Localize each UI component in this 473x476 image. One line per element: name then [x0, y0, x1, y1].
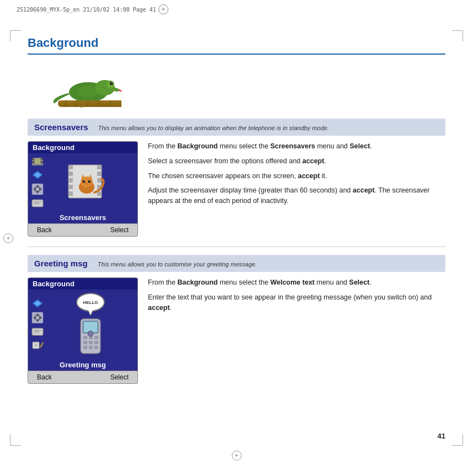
greeting-phone-mockup: Background	[28, 277, 138, 384]
svg-rect-32	[68, 165, 73, 169]
screensavers-text-col: From the Background menu select the Scre…	[148, 141, 445, 211]
svg-rect-68	[83, 336, 87, 339]
corner-mark-br	[452, 435, 463, 446]
svg-point-49	[89, 180, 91, 181]
main-content: Background	[28, 36, 445, 440]
svg-rect-61	[33, 342, 39, 349]
svg-rect-33	[68, 172, 73, 176]
page-title: Background	[28, 36, 445, 55]
greeting-header-note: This menu allows you to customise your g…	[98, 261, 257, 268]
section-separator	[28, 247, 445, 247]
svg-rect-73	[94, 341, 98, 344]
svg-rect-9	[58, 100, 121, 103]
svg-point-47	[88, 180, 91, 183]
svg-rect-75	[89, 346, 93, 349]
svg-point-77	[88, 331, 93, 336]
greeting-phone-icons	[31, 298, 44, 350]
svg-point-7	[78, 86, 98, 97]
greeting-icon-diamond	[31, 298, 44, 308]
screensavers-section-row: Background	[28, 141, 445, 237]
screensavers-header-label: Screensavers	[34, 122, 88, 132]
greeting-para-2: Enter the text that you want to see appe…	[148, 292, 445, 313]
svg-rect-20	[35, 158, 40, 164]
svg-rect-37	[97, 165, 102, 169]
greeting-select-label: Select	[110, 373, 129, 381]
screensavers-header-note: This menu allows you to display an anima…	[98, 125, 329, 131]
greeting-icon-arrows	[31, 312, 44, 324]
screensavers-back-label: Back	[37, 226, 52, 234]
page-number: 41	[438, 432, 445, 440]
greeting-phone-device	[79, 318, 102, 356]
screensavers-select-label: Select	[110, 226, 129, 234]
corner-mark-tr	[452, 30, 463, 41]
corner-mark-tl	[10, 30, 21, 41]
greeting-phone-body: HELLO	[28, 290, 137, 359]
screensavers-para-2: Select a screensaver from the options of…	[148, 156, 445, 167]
greeting-header: Greeting msg This menu allows you to cus…	[28, 255, 445, 272]
screensavers-para-4: Adjust the screensaver display time (gre…	[148, 185, 445, 206]
svg-rect-19	[41, 161, 43, 163]
svg-rect-67	[84, 322, 97, 332]
print-info-text: 251206690_MYX-5p_en 21/10/02 14:00 Page …	[17, 7, 156, 13]
svg-rect-38	[97, 172, 102, 176]
screensavers-phone-label: Screensavers	[28, 212, 137, 223]
svg-rect-74	[83, 346, 87, 349]
print-header-circle	[158, 4, 168, 14]
svg-marker-64	[40, 342, 44, 348]
greeting-section-row: Background	[28, 277, 445, 384]
greeting-icon-pen	[31, 340, 44, 350]
svg-rect-36	[68, 191, 73, 196]
svg-rect-72	[89, 341, 93, 344]
screensavers-phone-body	[28, 153, 137, 212]
screensavers-para-1: From the Background menu select the Scre…	[148, 141, 445, 152]
phone-icon-arrows	[31, 183, 44, 195]
svg-point-4	[111, 82, 113, 83]
phone-icon-diamond	[31, 170, 44, 180]
screensavers-phone-nav: Back Select	[28, 223, 137, 236]
greeting-icon-message	[31, 327, 44, 337]
svg-rect-35	[68, 185, 73, 189]
screensavers-phone-main-image	[47, 162, 134, 204]
screensavers-phone-col: Background	[28, 141, 138, 237]
corner-mark-bl	[10, 435, 21, 446]
screensavers-phone-icons	[31, 157, 44, 208]
chameleon-image	[50, 65, 121, 109]
greeting-phone-main-image: HELLO	[47, 293, 134, 356]
svg-rect-76	[94, 346, 98, 349]
svg-point-3	[110, 82, 113, 85]
svg-rect-16	[32, 158, 34, 160]
greeting-phone-title: Background	[28, 278, 137, 290]
svg-rect-34	[68, 178, 73, 183]
greeting-para-1: From the Background menu select the Welc…	[148, 277, 445, 288]
screensavers-phone-title: Background	[28, 142, 137, 153]
greeting-phone-label: Greeting msg	[28, 359, 137, 371]
svg-rect-70	[94, 336, 98, 339]
screensavers-para-3: The chosen screensaver appears on the sc…	[148, 171, 445, 181]
hello-bubble: HELLO	[76, 293, 105, 312]
svg-rect-71	[83, 341, 87, 344]
greeting-back-label: Back	[37, 373, 52, 381]
svg-point-48	[84, 180, 85, 181]
chameleon-area	[28, 65, 445, 109]
svg-rect-18	[41, 158, 43, 160]
print-header: 251206690_MYX-5p_en 21/10/02 14:00 Page …	[17, 4, 456, 14]
greeting-phone-nav: Back Select	[28, 371, 137, 383]
svg-point-46	[83, 180, 86, 183]
screensavers-phone-mockup: Background	[28, 141, 138, 237]
svg-rect-17	[32, 161, 34, 163]
phone-icon-message	[31, 199, 44, 208]
left-cross-mark	[3, 233, 13, 243]
greeting-phone-col: Background	[28, 277, 138, 384]
greeting-text-col: From the Background menu select the Welc…	[148, 277, 445, 317]
greeting-header-label: Greeting msg	[34, 259, 88, 268]
screensavers-header: Screensavers This menu allows you to dis…	[28, 119, 445, 136]
phone-icon-film	[31, 157, 44, 167]
bottom-cross-mark	[232, 451, 242, 461]
svg-line-5	[119, 90, 121, 92]
